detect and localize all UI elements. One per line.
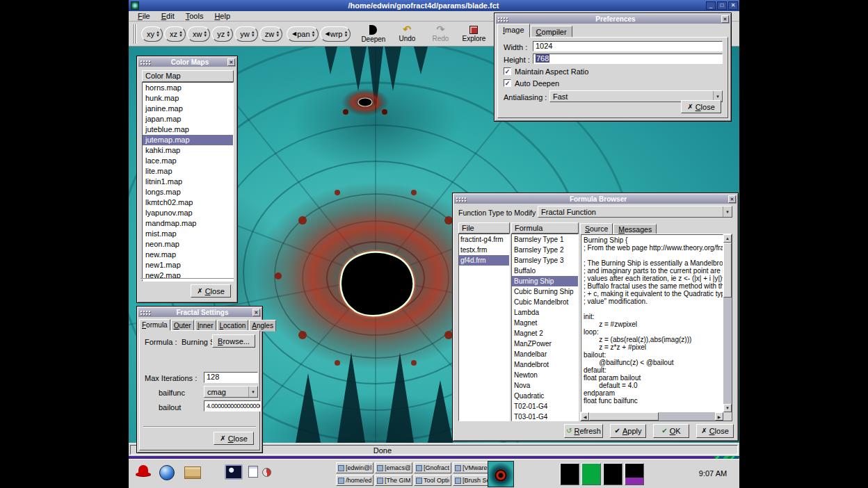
refresh-button[interactable]: ↺ Refresh xyxy=(564,424,603,438)
dialog-titlebar[interactable]: Fractal Settings ✕ xyxy=(138,308,261,317)
close-icon[interactable]: ✕ xyxy=(728,195,736,203)
close-button[interactable]: ✗ Close xyxy=(696,424,734,438)
source-code-view[interactable]: Burning Ship { ; From the web page http:… xyxy=(581,234,723,412)
maintain-aspect-checkbox[interactable]: ✓ xyxy=(504,67,511,75)
formula-item[interactable]: Newton xyxy=(512,370,578,380)
scrollbar-track[interactable] xyxy=(589,412,715,421)
warp-button[interactable]: ◀ wrp ▲▼ xyxy=(320,26,351,42)
taskbar-task[interactable]: [edwin@lo xyxy=(336,462,373,473)
bailfunc-dropdown[interactable]: cmag ▼ xyxy=(204,386,258,398)
tab[interactable]: Image xyxy=(497,24,530,38)
redhat-menu-icon[interactable] xyxy=(136,465,151,479)
formula-item[interactable]: Magnet xyxy=(512,318,578,328)
formula-item[interactable]: Quadratic xyxy=(512,391,578,401)
formula-column-header[interactable]: Formula xyxy=(511,222,579,234)
auto-deepen-checkbox[interactable]: ✓ xyxy=(504,79,511,87)
formula-item[interactable]: T03-01-G4 xyxy=(512,412,578,421)
scroll-right-icon[interactable]: ▶ xyxy=(715,412,723,421)
explore-button[interactable]: Explore xyxy=(462,26,485,42)
formula-item[interactable]: Lambda xyxy=(512,307,578,318)
tab[interactable]: Formula xyxy=(139,319,170,331)
close-icon[interactable]: ✕ xyxy=(721,15,729,23)
ok-button[interactable]: ✔ OK xyxy=(653,424,689,438)
width-input[interactable]: 1024 xyxy=(533,41,723,51)
formula-item[interactable]: Mandelbar xyxy=(512,349,578,359)
color-map-item[interactable]: janine.map xyxy=(143,104,233,114)
axis-rotate-button[interactable]: yw ▲▼ xyxy=(234,26,257,42)
axis-rotate-button[interactable]: xz ▲▼ xyxy=(164,26,186,42)
dialog-titlebar[interactable]: Color Maps ✕ xyxy=(138,58,236,67)
scroll-up-icon[interactable]: ▲ xyxy=(723,234,732,243)
minimize-icon[interactable]: _ xyxy=(706,1,716,10)
horizontal-scrollbar[interactable]: ◀ ▶ xyxy=(581,412,723,421)
spinner-arrows-icon[interactable]: ▲▼ xyxy=(251,31,255,38)
color-map-item[interactable]: mist.map xyxy=(143,229,233,239)
screensaver-icon[interactable] xyxy=(225,464,243,480)
redo-button[interactable]: ↷ Redo xyxy=(428,25,452,42)
pan-button[interactable]: ◀ pan ▲▼ xyxy=(287,26,318,42)
notes-icon[interactable] xyxy=(248,466,258,478)
height-input[interactable]: 768 xyxy=(533,54,723,64)
dialog-titlebar[interactable]: Formula Browser ✕ xyxy=(454,195,737,204)
close-button[interactable]: ✗ Close xyxy=(191,284,231,298)
deepen-button[interactable]: Deepen xyxy=(361,25,385,43)
formula-item[interactable]: Magnet 2 xyxy=(512,328,578,339)
taskbar-task[interactable]: /home/edw xyxy=(336,475,373,486)
axis-rotate-button[interactable]: xw ▲▼ xyxy=(187,26,210,42)
color-map-item[interactable]: new.map xyxy=(143,250,233,260)
undo-button[interactable]: ↶ Undo xyxy=(395,25,419,42)
axis-rotate-button[interactable]: xy ▲▼ xyxy=(141,26,163,42)
spinner-arrows-icon[interactable]: ▲▼ xyxy=(226,31,230,38)
color-map-item[interactable]: longs.map xyxy=(143,187,233,197)
scrollbar-track[interactable] xyxy=(723,243,732,404)
swatch[interactable] xyxy=(625,463,644,485)
swatch[interactable] xyxy=(581,463,601,485)
formula-item[interactable]: Cubic Mandelbrot xyxy=(512,297,578,307)
file-item[interactable]: testx.frm xyxy=(459,245,509,255)
spinner-arrows-icon[interactable]: ▲▼ xyxy=(203,31,207,38)
spinner-arrows-icon[interactable]: ▲▼ xyxy=(344,31,348,38)
color-map-item[interactable]: jutemap.map xyxy=(143,135,233,145)
dialog-titlebar[interactable]: Preferences ✕ xyxy=(496,15,730,24)
scroll-down-icon[interactable]: ▼ xyxy=(723,404,732,412)
taskbar-task[interactable]: Tool Optic xyxy=(414,475,451,486)
color-map-item[interactable]: lite.map xyxy=(143,166,233,177)
taskbar-task[interactable]: [VMware V xyxy=(453,462,490,473)
spinner-arrows-icon[interactable]: ▲▼ xyxy=(179,31,183,38)
menu-item[interactable]: Edit xyxy=(156,12,180,20)
file-item[interactable]: gf4d.frm xyxy=(459,255,509,266)
taskbar-task[interactable]: [The GIMI xyxy=(375,475,412,486)
taskbar-task[interactable]: [Brush Se xyxy=(453,475,490,486)
toolbar-grip[interactable] xyxy=(132,24,137,44)
color-map-item[interactable]: lace.map xyxy=(143,156,233,166)
bailout-input[interactable]: 4.00000000000000000 xyxy=(204,400,261,412)
menu-item[interactable]: Help xyxy=(209,12,236,20)
scrollbar-thumb[interactable] xyxy=(723,243,732,298)
close-button[interactable]: ✗ Close xyxy=(214,432,254,445)
web-browser-icon[interactable] xyxy=(159,465,175,480)
file-column-header[interactable]: File xyxy=(458,222,510,234)
close-icon[interactable]: ✕ xyxy=(227,58,235,66)
spinner-arrows-icon[interactable]: ▲▼ xyxy=(312,31,316,38)
color-map-item[interactable]: lyapunov.map xyxy=(143,208,233,218)
formula-item[interactable]: Barnsley Type 2 xyxy=(512,245,578,255)
color-map-item[interactable]: juteblue.map xyxy=(143,124,233,135)
spinner-arrows-icon[interactable]: ▲▼ xyxy=(156,31,160,38)
function-type-dropdown[interactable]: Fractal Function ▼ xyxy=(538,206,732,218)
color-map-item[interactable]: mandmap.map xyxy=(143,218,233,229)
formula-item[interactable]: Barnsley Type 3 xyxy=(512,255,578,266)
color-map-item[interactable]: kahki.map xyxy=(143,145,233,156)
color-map-item[interactable]: new1.map xyxy=(143,260,233,270)
formula-item[interactable]: Mandelbrot xyxy=(512,359,578,370)
formula-item[interactable]: Cubic Burning Ship xyxy=(512,286,578,297)
axis-rotate-button[interactable]: yz ▲▼ xyxy=(211,26,233,42)
vertical-scrollbar[interactable]: ▲ ▼ xyxy=(723,234,732,412)
applet-icon[interactable] xyxy=(262,468,271,477)
scrollbar-thumb[interactable] xyxy=(589,412,659,421)
fractal-thumbnail[interactable] xyxy=(488,461,514,487)
swatch[interactable] xyxy=(603,463,622,485)
close-icon[interactable]: ✕ xyxy=(728,1,738,10)
color-map-item[interactable]: litnin1.map xyxy=(143,177,233,187)
close-button[interactable]: ✗ Close xyxy=(681,100,721,113)
formula-item[interactable]: Buffalo xyxy=(512,266,578,276)
